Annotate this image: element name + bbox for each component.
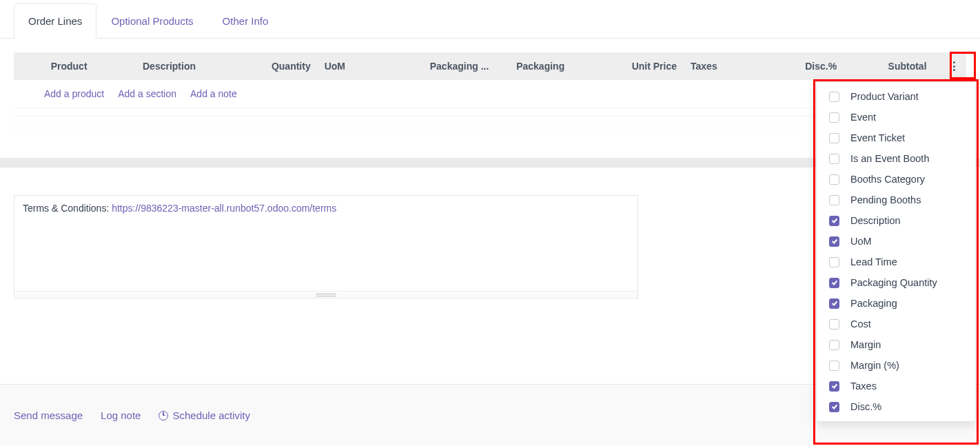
th-packaging-qty[interactable]: Packaging ... [423,61,509,72]
checkbox-icon[interactable] [829,402,839,412]
checkbox-icon[interactable] [829,340,839,350]
checkbox-icon[interactable] [829,216,839,226]
tab-other-info[interactable]: Other Info [208,3,283,39]
clock-icon [159,411,168,420]
column-option-label: Packaging [850,298,897,309]
th-taxes[interactable]: Taxes [684,61,775,72]
checkbox-icon[interactable] [829,298,839,309]
schedule-activity-label: Schedule activity [172,409,250,421]
column-option-item[interactable]: Packaging [817,293,975,314]
send-message-button[interactable]: Send message [14,409,83,421]
column-option-label: Description [850,215,901,226]
th-uom[interactable]: UoM [318,61,423,72]
column-option-label: Event [850,112,876,123]
log-note-button[interactable]: Log note [101,409,141,421]
add-note-link[interactable]: Add a note [190,88,237,99]
column-option-item[interactable]: Disc.% [817,396,975,417]
column-option-label: Disc.% [850,401,881,412]
column-option-item[interactable]: Margin (%) [817,355,975,376]
add-section-link[interactable]: Add a section [118,88,176,99]
column-option-label: Margin (%) [850,360,899,371]
terms-conditions-field[interactable]: Terms & Conditions: https://9836223-mast… [14,195,638,298]
checkbox-icon[interactable] [829,133,839,143]
th-packaging[interactable]: Packaging [509,61,610,72]
checkbox-icon[interactable] [829,174,839,185]
checkbox-icon[interactable] [829,361,839,371]
th-subtotal[interactable]: Subtotal [844,61,941,72]
column-option-item[interactable]: Event Ticket [817,128,975,148]
checkbox-icon[interactable] [829,381,839,392]
column-option-label: Product Variant [850,91,919,102]
column-option-label: UoM [850,236,872,247]
column-option-item[interactable]: Event [817,107,975,128]
tabs-bar: Order Lines Optional Products Other Info [0,0,980,39]
add-product-link[interactable]: Add a product [44,88,104,99]
column-option-label: Taxes [850,381,877,392]
column-option-item[interactable]: UoM [817,231,975,252]
terms-prefix: Terms & Conditions: [23,203,112,214]
column-option-label: Margin [850,339,881,350]
checkbox-icon[interactable] [829,257,839,267]
column-option-item[interactable]: Taxes [817,376,975,396]
column-option-label: Lead Time [850,256,897,267]
column-option-item[interactable]: Description [817,210,975,231]
terms-url[interactable]: https://9836223-master-all.runbot57.odoo… [112,203,336,214]
column-option-item[interactable]: Lead Time [817,252,975,272]
th-quantity[interactable]: Quantity [235,61,318,72]
column-option-label: Is an Event Booth [850,153,929,164]
checkbox-icon[interactable] [829,319,839,330]
resize-handle-icon[interactable] [14,291,637,298]
tab-optional-products[interactable]: Optional Products [96,3,207,39]
checkbox-icon[interactable] [829,112,839,123]
checkbox-icon[interactable] [829,154,839,164]
checkbox-icon[interactable] [829,236,839,247]
th-disc[interactable]: Disc.% [775,61,844,72]
checkbox-icon[interactable] [829,195,839,205]
column-option-label: Cost [850,318,871,330]
column-option-label: Event Ticket [850,132,905,143]
column-option-label: Pending Booths [850,194,921,205]
schedule-activity-button[interactable]: Schedule activity [159,409,250,421]
column-option-label: Packaging Quantity [850,277,937,288]
column-option-item[interactable]: Cost [817,314,975,334]
column-option-item[interactable]: Margin [817,334,975,355]
column-option-item[interactable]: Is an Event Booth [817,148,975,169]
column-option-item[interactable]: Packaging Quantity [817,272,975,293]
tab-order-lines[interactable]: Order Lines [14,3,96,39]
optional-columns-dropdown: Product VariantEventEvent TicketIs an Ev… [816,81,976,422]
optional-columns-button[interactable] [942,61,966,71]
checkbox-icon[interactable] [829,278,839,288]
column-option-item[interactable]: Booths Category [817,169,975,190]
checkbox-icon[interactable] [829,92,839,102]
th-unit-price[interactable]: Unit Price [610,61,684,72]
th-description[interactable]: Description [136,61,235,72]
column-option-item[interactable]: Pending Booths [817,190,975,210]
table-header-row: Product Description Quantity UoM Packagi… [14,52,966,80]
th-product[interactable]: Product [44,61,136,72]
column-option-label: Booths Category [850,174,925,185]
column-option-item[interactable]: Product Variant [817,86,975,107]
kebab-icon [953,61,955,71]
